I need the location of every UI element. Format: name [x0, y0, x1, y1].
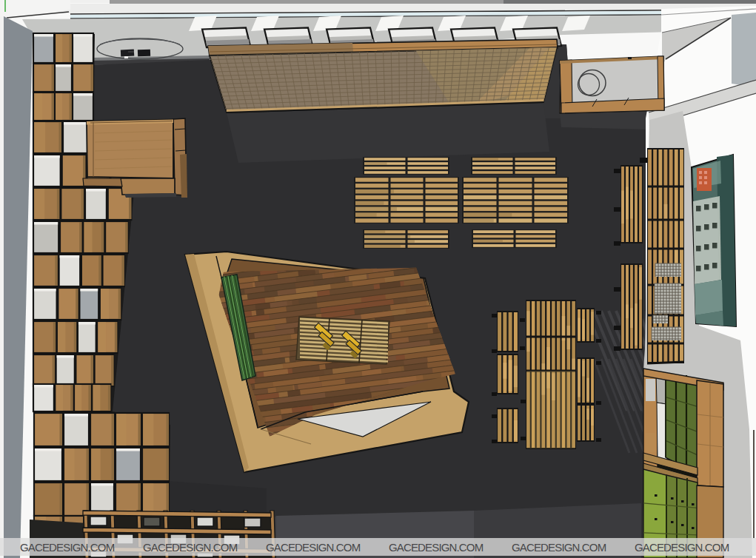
svg-text:GACEDESIGN.COM: GACEDESIGN.COM — [143, 541, 238, 554]
svg-text:GACEDESIGN.COM: GACEDESIGN.COM — [635, 541, 729, 554]
svg-text:GACEDESIGN.COM: GACEDESIGN.COM — [512, 541, 606, 554]
svg-text:GACEDESIGN.COM: GACEDESIGN.COM — [266, 541, 361, 554]
svg-text:GACEDESIGN.COM: GACEDESIGN.COM — [389, 541, 484, 554]
svg-text:GACEDESIGN.COM: GACEDESIGN.COM — [20, 541, 115, 554]
